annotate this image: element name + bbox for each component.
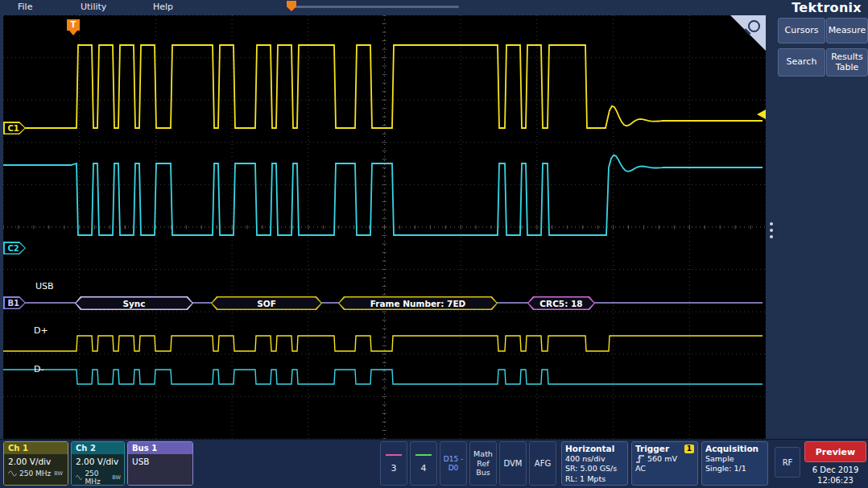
acquisition-status: Single: 1/1 (705, 464, 764, 474)
trigger-title: Trigger (635, 444, 669, 453)
sine-icon (8, 470, 17, 477)
bus1-type: USB (132, 457, 189, 466)
horizontal-title: Horizontal (565, 444, 624, 453)
ch4-color-bar (415, 454, 432, 456)
acquisition-title: Acquisition (705, 444, 764, 453)
acquisition-panel[interactable]: Acquisition Sample Single: 1/1 (701, 441, 768, 486)
ch1-bandwidth-indicator: 250 MHzBW (8, 469, 64, 478)
date-label: 6 Dec 2019 (804, 465, 866, 475)
ch2-bandwidth-indicator: 250 MHzBW (76, 469, 121, 486)
trigger-panel[interactable]: Trigger 1 560 mV AC (631, 441, 698, 486)
trigger-source-badge: 1 (684, 445, 694, 453)
d-plus-label: D+ (34, 325, 48, 336)
bus-decode-sync[interactable]: Sync (75, 296, 193, 310)
record-length: RL: 1 Mpts (565, 474, 624, 484)
waveform-display: T C1 C2 B1 USB D+ D- Sync SOF Frame Numb… (3, 15, 766, 439)
horizontal-scale: 400 ns/div (565, 454, 624, 464)
math-ref-bus-button[interactable]: Math Ref Bus (469, 441, 497, 486)
ch1-marker-label: C1 (8, 124, 19, 133)
menu-utility[interactable]: Utility (81, 2, 106, 12)
oscilloscope-screen: File Utility Help Tektronix Cursors Meas… (0, 0, 868, 488)
acquisition-mode: Sample (705, 454, 764, 464)
menu-file[interactable]: File (18, 2, 32, 12)
horizontal-panel[interactable]: Horizontal 400 ns/div SR: 5.00 GS/s RL: … (561, 441, 628, 486)
ch1-scale: 2.00 V/div (8, 457, 64, 466)
afg-button[interactable]: AFG (529, 441, 556, 486)
ch3-button[interactable]: 3 (380, 441, 407, 486)
bus1-marker-label: B1 (8, 299, 20, 308)
trigger-level-marker-icon[interactable] (757, 110, 766, 119)
sine-icon (76, 474, 82, 481)
ch4-button[interactable]: 4 (410, 441, 437, 486)
trigger-coupling: AC (635, 464, 694, 474)
bus-decode-frame-number[interactable]: Frame Number: 7ED (338, 296, 498, 310)
results-table-button[interactable]: Results Table (826, 48, 868, 77)
ch2-badge-title: Ch 2 (72, 442, 124, 454)
bus-decode-sof[interactable]: SOF (211, 296, 322, 310)
ch3-color-bar (386, 454, 402, 456)
cursors-button[interactable]: Cursors (778, 18, 825, 43)
ch2-scale: 2.00 V/div (76, 457, 121, 466)
sample-rate: SR: 5.00 GS/s (565, 464, 624, 474)
time-label: 12:06:23 (804, 475, 866, 486)
bus-type-label: USB (35, 281, 54, 292)
horizontal-position-slider[interactable] (295, 6, 459, 8)
preview-button[interactable]: Preview (804, 441, 866, 462)
ch1-badge-title: Ch 1 (4, 442, 68, 454)
bus1-badge[interactable]: Bus 1 USB (127, 441, 193, 486)
panel-grip-handle[interactable] (770, 222, 773, 238)
magnifier-icon[interactable] (748, 20, 760, 32)
datetime-display: 6 Dec 2019 12:06:23 (804, 465, 866, 486)
trigger-position-indicator-icon[interactable] (287, 1, 296, 11)
ch2-badge[interactable]: Ch 2 2.00 V/div 250 MHzBW (71, 441, 125, 486)
d-minus-label: D- (34, 364, 43, 374)
bus1-badge-title: Bus 1 (128, 442, 192, 454)
ch2-marker-label: C2 (8, 244, 19, 253)
rising-edge-icon (635, 454, 645, 464)
digital-channels-button[interactable]: D15 -D0 (440, 441, 467, 486)
search-button[interactable]: Search (778, 48, 825, 77)
bus-decode-crc5[interactable]: CRC5: 18 (527, 296, 595, 310)
trigger-position-flag[interactable]: T (67, 19, 80, 31)
ch1-badge[interactable]: Ch 1 2.00 V/div 250 MHzBW (3, 441, 68, 486)
waveform-canvas[interactable] (3, 15, 766, 439)
measure-button[interactable]: Measure (826, 18, 868, 43)
bottom-status-bar: Ch 1 2.00 V/div 250 MHzBW Ch 2 2.00 V/di… (0, 439, 868, 488)
trigger-level: 560 mV (647, 454, 677, 464)
rf-button[interactable]: RF (775, 447, 800, 478)
menu-help[interactable]: Help (153, 2, 173, 12)
dvm-button[interactable]: DVM (499, 441, 527, 486)
tektronix-logo: Tektronix (792, 0, 862, 15)
